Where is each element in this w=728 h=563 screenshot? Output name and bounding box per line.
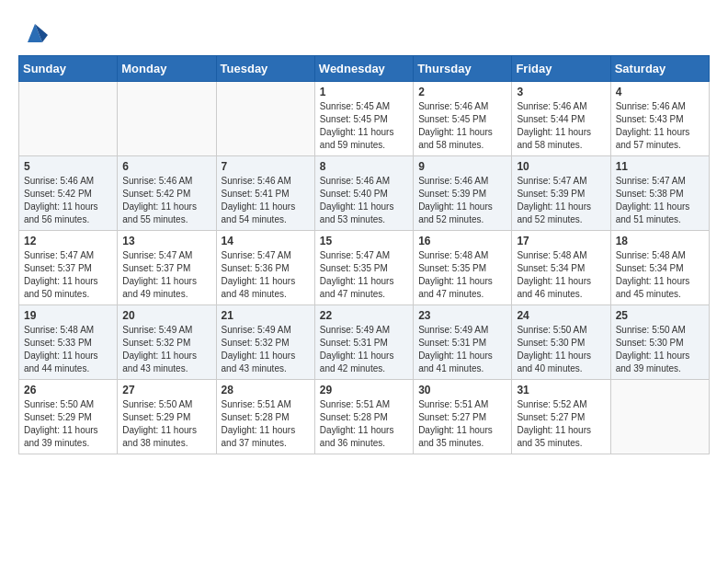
calendar-cell: 12Sunrise: 5:47 AM Sunset: 5:37 PM Dayli… xyxy=(19,231,118,305)
day-number: 10 xyxy=(517,160,605,173)
calendar-cell: 24Sunrise: 5:50 AM Sunset: 5:30 PM Dayli… xyxy=(512,305,610,380)
day-info: Sunrise: 5:47 AM Sunset: 5:36 PM Dayligh… xyxy=(222,249,310,301)
day-info: Sunrise: 5:50 AM Sunset: 5:30 PM Dayligh… xyxy=(616,324,704,375)
day-info: Sunrise: 5:51 AM Sunset: 5:27 PM Dayligh… xyxy=(418,398,506,450)
calendar-cell xyxy=(19,82,118,156)
day-info: Sunrise: 5:46 AM Sunset: 5:39 PM Dayligh… xyxy=(418,175,506,226)
calendar-cell: 31Sunrise: 5:52 AM Sunset: 5:27 PM Dayli… xyxy=(512,380,610,454)
calendar-cell xyxy=(118,82,216,156)
calendar-cell: 21Sunrise: 5:49 AM Sunset: 5:32 PM Dayli… xyxy=(216,305,314,380)
day-number: 9 xyxy=(418,160,506,173)
calendar-cell: 19Sunrise: 5:48 AM Sunset: 5:33 PM Dayli… xyxy=(19,305,118,380)
day-number: 21 xyxy=(222,309,310,322)
calendar-cell: 4Sunrise: 5:46 AM Sunset: 5:43 PM Daylig… xyxy=(610,82,709,156)
day-info: Sunrise: 5:46 AM Sunset: 5:42 PM Dayligh… xyxy=(122,175,210,226)
calendar-cell: 6Sunrise: 5:46 AM Sunset: 5:42 PM Daylig… xyxy=(118,156,216,231)
day-number: 27 xyxy=(122,384,210,396)
calendar-header-tuesday: Tuesday xyxy=(216,56,314,82)
calendar-header-friday: Friday xyxy=(512,56,610,82)
calendar-week-row: 19Sunrise: 5:48 AM Sunset: 5:33 PM Dayli… xyxy=(19,305,710,380)
day-number: 13 xyxy=(122,235,210,247)
day-info: Sunrise: 5:50 AM Sunset: 5:29 PM Dayligh… xyxy=(122,398,210,450)
calendar-cell: 26Sunrise: 5:50 AM Sunset: 5:29 PM Dayli… xyxy=(19,380,118,454)
day-info: Sunrise: 5:47 AM Sunset: 5:39 PM Dayligh… xyxy=(517,175,605,226)
calendar-cell xyxy=(610,380,709,454)
day-number: 22 xyxy=(320,309,408,322)
day-number: 4 xyxy=(616,86,704,98)
calendar-week-row: 1Sunrise: 5:45 AM Sunset: 5:45 PM Daylig… xyxy=(19,82,710,156)
calendar-cell: 20Sunrise: 5:49 AM Sunset: 5:32 PM Dayli… xyxy=(118,305,216,380)
day-number: 2 xyxy=(418,86,506,98)
day-info: Sunrise: 5:52 AM Sunset: 5:27 PM Dayligh… xyxy=(517,398,605,450)
day-number: 25 xyxy=(616,309,704,322)
calendar-cell: 18Sunrise: 5:48 AM Sunset: 5:34 PM Dayli… xyxy=(610,231,709,305)
calendar-week-row: 26Sunrise: 5:50 AM Sunset: 5:29 PM Dayli… xyxy=(19,380,710,454)
calendar-table: SundayMondayTuesdayWednesdayThursdayFrid… xyxy=(18,55,710,454)
day-info: Sunrise: 5:45 AM Sunset: 5:45 PM Dayligh… xyxy=(320,100,408,152)
day-number: 26 xyxy=(24,384,112,396)
calendar-cell xyxy=(216,82,314,156)
day-number: 30 xyxy=(418,384,506,396)
day-info: Sunrise: 5:46 AM Sunset: 5:43 PM Dayligh… xyxy=(616,100,704,152)
day-info: Sunrise: 5:49 AM Sunset: 5:31 PM Dayligh… xyxy=(320,324,408,375)
day-number: 17 xyxy=(517,235,605,247)
day-number: 5 xyxy=(24,160,112,173)
day-info: Sunrise: 5:47 AM Sunset: 5:37 PM Dayligh… xyxy=(24,249,112,301)
calendar-week-row: 12Sunrise: 5:47 AM Sunset: 5:37 PM Dayli… xyxy=(19,231,710,305)
day-number: 7 xyxy=(222,160,310,173)
day-number: 23 xyxy=(418,309,506,322)
calendar-cell: 27Sunrise: 5:50 AM Sunset: 5:29 PM Dayli… xyxy=(118,380,216,454)
day-info: Sunrise: 5:46 AM Sunset: 5:42 PM Dayligh… xyxy=(24,175,112,226)
day-number: 11 xyxy=(616,160,704,173)
calendar-cell: 10Sunrise: 5:47 AM Sunset: 5:39 PM Dayli… xyxy=(512,156,610,231)
logo xyxy=(18,18,48,46)
day-info: Sunrise: 5:47 AM Sunset: 5:35 PM Dayligh… xyxy=(320,249,408,301)
day-info: Sunrise: 5:47 AM Sunset: 5:37 PM Dayligh… xyxy=(122,249,210,301)
day-info: Sunrise: 5:51 AM Sunset: 5:28 PM Dayligh… xyxy=(320,398,408,450)
day-info: Sunrise: 5:49 AM Sunset: 5:32 PM Dayligh… xyxy=(122,324,210,375)
calendar-cell: 25Sunrise: 5:50 AM Sunset: 5:30 PM Dayli… xyxy=(610,305,709,380)
day-info: Sunrise: 5:46 AM Sunset: 5:40 PM Dayligh… xyxy=(320,175,408,226)
calendar-cell: 29Sunrise: 5:51 AM Sunset: 5:28 PM Dayli… xyxy=(314,380,413,454)
calendar-cell: 30Sunrise: 5:51 AM Sunset: 5:27 PM Dayli… xyxy=(414,380,512,454)
calendar-cell: 2Sunrise: 5:46 AM Sunset: 5:45 PM Daylig… xyxy=(414,82,512,156)
calendar-cell: 1Sunrise: 5:45 AM Sunset: 5:45 PM Daylig… xyxy=(314,82,413,156)
day-number: 1 xyxy=(320,86,408,98)
day-number: 12 xyxy=(24,235,112,247)
calendar-cell: 17Sunrise: 5:48 AM Sunset: 5:34 PM Dayli… xyxy=(512,231,610,305)
calendar-header-wednesday: Wednesday xyxy=(314,56,413,82)
calendar-cell: 3Sunrise: 5:46 AM Sunset: 5:44 PM Daylig… xyxy=(512,82,610,156)
day-info: Sunrise: 5:46 AM Sunset: 5:44 PM Dayligh… xyxy=(517,100,605,152)
day-number: 18 xyxy=(616,235,704,247)
day-number: 19 xyxy=(24,309,112,322)
calendar-cell: 8Sunrise: 5:46 AM Sunset: 5:40 PM Daylig… xyxy=(314,156,413,231)
day-info: Sunrise: 5:49 AM Sunset: 5:32 PM Dayligh… xyxy=(222,324,310,375)
day-info: Sunrise: 5:48 AM Sunset: 5:34 PM Dayligh… xyxy=(517,249,605,301)
calendar-cell: 13Sunrise: 5:47 AM Sunset: 5:37 PM Dayli… xyxy=(118,231,216,305)
calendar-cell: 15Sunrise: 5:47 AM Sunset: 5:35 PM Dayli… xyxy=(314,231,413,305)
calendar-cell: 28Sunrise: 5:51 AM Sunset: 5:28 PM Dayli… xyxy=(216,380,314,454)
calendar-cell: 22Sunrise: 5:49 AM Sunset: 5:31 PM Dayli… xyxy=(314,305,413,380)
page-header xyxy=(18,18,710,46)
day-info: Sunrise: 5:51 AM Sunset: 5:28 PM Dayligh… xyxy=(222,398,310,450)
day-info: Sunrise: 5:49 AM Sunset: 5:31 PM Dayligh… xyxy=(418,324,506,375)
day-info: Sunrise: 5:50 AM Sunset: 5:30 PM Dayligh… xyxy=(517,324,605,375)
calendar-cell: 23Sunrise: 5:49 AM Sunset: 5:31 PM Dayli… xyxy=(414,305,512,380)
day-info: Sunrise: 5:48 AM Sunset: 5:34 PM Dayligh… xyxy=(616,249,704,301)
calendar-cell: 5Sunrise: 5:46 AM Sunset: 5:42 PM Daylig… xyxy=(19,156,118,231)
day-info: Sunrise: 5:47 AM Sunset: 5:38 PM Dayligh… xyxy=(616,175,704,226)
calendar-cell: 7Sunrise: 5:46 AM Sunset: 5:41 PM Daylig… xyxy=(216,156,314,231)
calendar-cell: 11Sunrise: 5:47 AM Sunset: 5:38 PM Dayli… xyxy=(610,156,709,231)
calendar-header-sunday: Sunday xyxy=(19,56,118,82)
day-number: 3 xyxy=(517,86,605,98)
day-info: Sunrise: 5:46 AM Sunset: 5:45 PM Dayligh… xyxy=(418,100,506,152)
calendar-cell: 9Sunrise: 5:46 AM Sunset: 5:39 PM Daylig… xyxy=(414,156,512,231)
calendar-header-thursday: Thursday xyxy=(414,56,512,82)
calendar-header-saturday: Saturday xyxy=(610,56,709,82)
day-info: Sunrise: 5:50 AM Sunset: 5:29 PM Dayligh… xyxy=(24,398,112,450)
day-info: Sunrise: 5:46 AM Sunset: 5:41 PM Dayligh… xyxy=(222,175,310,226)
logo-icon xyxy=(22,20,48,46)
day-number: 31 xyxy=(517,384,605,396)
day-info: Sunrise: 5:48 AM Sunset: 5:33 PM Dayligh… xyxy=(24,324,112,375)
calendar-cell: 14Sunrise: 5:47 AM Sunset: 5:36 PM Dayli… xyxy=(216,231,314,305)
